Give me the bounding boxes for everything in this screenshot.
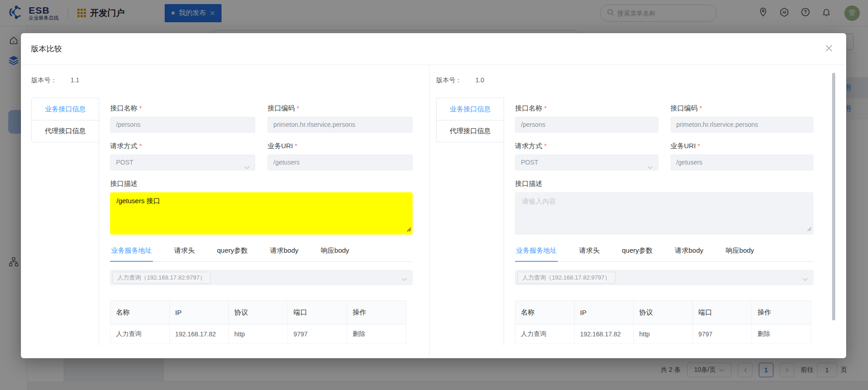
dialog-body: 版本号： 1.1 业务接口信息 代理接口信息 接口名称* — [21, 65, 846, 358]
tab-response-body[interactable]: 响应body — [320, 246, 350, 261]
interface-form: 接口名称* /persons 接口编码* primeton.hr.rlservi… — [504, 98, 813, 345]
required-mark: * — [295, 142, 298, 150]
interface-code-input[interactable]: primeton.hr.rlservice.persons — [267, 117, 413, 133]
required-mark: * — [544, 142, 547, 150]
detail-tabs: 业务服务地址 请求头 query参数 请求body 响应body — [515, 246, 813, 262]
page: ESB 企业服务总线 开发门户 我的发布 AI — [0, 0, 868, 390]
field-label: 接口名称 — [515, 104, 542, 112]
tab-proxy-interface[interactable]: 代理接口信息 — [437, 120, 504, 142]
service-address-tag: 人力查询（192.168.17.82:9797） — [112, 272, 211, 284]
business-uri-input[interactable]: /getusers — [267, 155, 413, 170]
table-row: 人力查询 192.168.17.82 http 9797 删除 — [515, 325, 811, 344]
tab-request-body[interactable]: 请求body — [269, 246, 300, 261]
dialog-title: 版本比较 — [31, 44, 62, 54]
description-textarea-empty[interactable]: 请输入内容 — [515, 192, 813, 235]
business-uri-input[interactable]: /getusers — [671, 155, 814, 170]
resize-grip-icon[interactable] — [807, 225, 812, 233]
tab-proxy-interface[interactable]: 代理接口信息 — [32, 120, 99, 142]
side-tabs: 业务接口信息 代理接口信息 — [436, 98, 504, 345]
chevron-down-icon — [802, 275, 808, 283]
tab-response-body[interactable]: 响应body — [725, 246, 755, 261]
required-mark: * — [544, 104, 547, 112]
field-label: 接口编码 — [267, 104, 295, 112]
required-mark: * — [139, 142, 142, 150]
tab-service-address[interactable]: 业务服务地址 — [515, 246, 558, 262]
field-label: 业务URI — [267, 142, 293, 150]
resize-grip-icon[interactable] — [407, 225, 411, 233]
required-mark: * — [297, 104, 299, 112]
tab-query-params[interactable]: query参数 — [216, 246, 249, 261]
description-textarea-highlighted[interactable]: /getusers 接口 — [110, 192, 413, 235]
service-address-table: 名称 IP 协议 端口 操作 人力查询 192.168.17.82 http 9… — [110, 300, 406, 344]
required-mark: * — [697, 142, 700, 150]
tab-request-header[interactable]: 请求头 — [173, 246, 196, 261]
interface-name-input[interactable]: /persons — [515, 117, 658, 133]
version-panel-1-0: 版本号： 1.0 业务接口信息 代理接口信息 接口名称* — [429, 65, 846, 358]
service-address-select[interactable]: 人力查询（192.168.17.82:9797） — [110, 270, 413, 285]
detail-tabs: 业务服务地址 请求头 query参数 请求body 响应body — [110, 246, 413, 262]
delete-link-disabled: 删除 — [752, 325, 811, 344]
service-address-select[interactable]: 人力查询（192.168.17.82:9797） — [515, 270, 813, 285]
chevron-down-icon — [647, 160, 653, 175]
version-value: 1.1 — [71, 76, 79, 84]
field-label: 业务URI — [671, 142, 696, 150]
field-label: 接口编码 — [671, 104, 698, 112]
tab-business-interface[interactable]: 业务接口信息 — [437, 98, 504, 120]
col-protocol: 协议 — [634, 301, 693, 325]
field-label: 请求方式 — [110, 142, 137, 150]
required-mark: * — [700, 104, 702, 112]
col-action: 操作 — [347, 301, 406, 325]
tab-service-address[interactable]: 业务服务地址 — [110, 246, 153, 262]
version-value: 1.0 — [475, 76, 484, 84]
description-label: 接口描述 — [110, 180, 413, 188]
col-name: 名称 — [515, 301, 575, 325]
service-address-tag: 人力查询（192.168.17.82:9797） — [517, 272, 616, 284]
required-mark: * — [139, 104, 142, 112]
request-method-select[interactable]: POST — [515, 155, 658, 170]
tab-request-body[interactable]: 请求body — [674, 246, 705, 261]
chevron-down-icon — [244, 160, 250, 175]
delete-link-disabled: 删除 — [347, 325, 406, 344]
service-address-table: 名称 IP 协议 端口 操作 人力查询 192.168.17.82 http 9… — [515, 300, 811, 344]
description-label: 接口描述 — [515, 180, 813, 188]
col-action: 操作 — [752, 301, 811, 325]
col-port: 端口 — [288, 301, 347, 325]
col-name: 名称 — [111, 301, 170, 325]
modal-scrollbar-thumb[interactable] — [832, 73, 835, 320]
tab-query-params[interactable]: query参数 — [621, 246, 654, 261]
version-label: 版本号： — [436, 76, 462, 84]
col-ip: IP — [170, 301, 229, 325]
close-icon[interactable] — [823, 43, 834, 55]
field-label: 请求方式 — [515, 142, 542, 150]
col-ip: IP — [575, 301, 634, 325]
chevron-down-icon — [402, 275, 407, 283]
version-label: 版本号： — [31, 76, 57, 84]
col-protocol: 协议 — [229, 301, 288, 325]
request-method-select[interactable]: POST — [110, 155, 255, 170]
table-row: 人力查询 192.168.17.82 http 9797 删除 — [111, 325, 406, 344]
version-panel-1-1: 版本号： 1.1 业务接口信息 代理接口信息 接口名称* — [21, 65, 429, 358]
tab-business-interface[interactable]: 业务接口信息 — [32, 98, 99, 120]
interface-form: 接口名称* /persons 接口编码* primeton.hr.rlservi… — [99, 98, 413, 345]
interface-code-input[interactable]: primeton.hr.rlservice.persons — [671, 117, 814, 133]
version-compare-dialog: 版本比较 版本号： 1.1 业务接口信息 代理接口信息 — [21, 33, 846, 358]
interface-name-input[interactable]: /persons — [110, 117, 255, 133]
side-tabs: 业务接口信息 代理接口信息 — [31, 98, 99, 345]
col-port: 端口 — [693, 301, 752, 325]
textarea-placeholder: 请输入内容 — [522, 197, 556, 205]
field-label: 接口名称 — [110, 104, 137, 112]
tab-request-header[interactable]: 请求头 — [578, 246, 601, 261]
dialog-header: 版本比较 — [21, 33, 846, 65]
